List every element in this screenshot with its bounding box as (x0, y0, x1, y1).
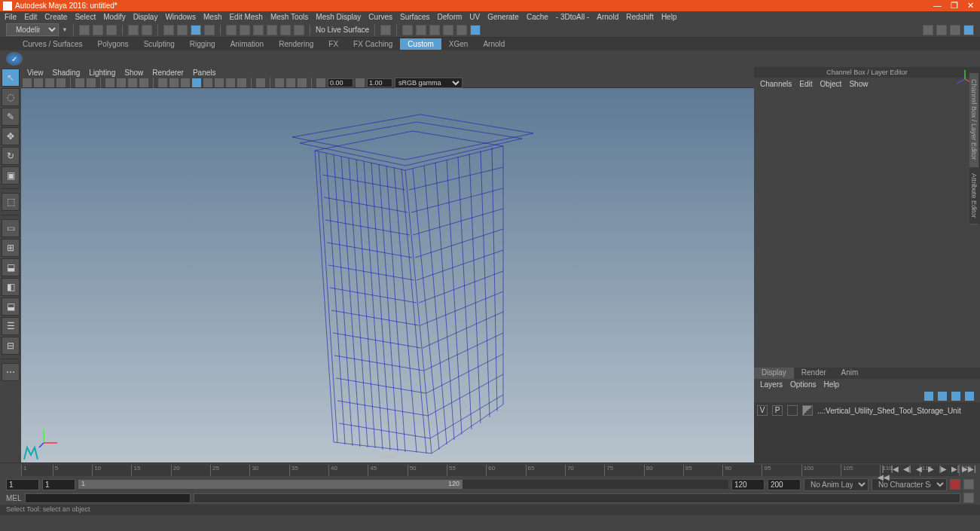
menu-arnold[interactable]: Arnold (597, 13, 618, 21)
layer-new-empty-icon[interactable] (951, 392, 960, 401)
layout-more[interactable]: ⋯ (2, 363, 20, 381)
layer-tab-anim[interactable]: Anim (834, 368, 866, 379)
menu-surfaces[interactable]: Surfaces (400, 13, 429, 21)
range-end-inner[interactable] (731, 479, 765, 490)
menu-mesh-tools[interactable]: Mesh Tools (270, 13, 308, 21)
vp-2d-zoom-icon[interactable] (75, 78, 84, 87)
shelf-tab-rigging[interactable]: Rigging (182, 38, 223, 50)
channels-menu[interactable]: Channels (760, 80, 792, 88)
rotate-tool[interactable]: ↻ (2, 147, 20, 165)
script-editor-icon[interactable] (963, 493, 974, 503)
menu-redshift[interactable]: Redshift (626, 13, 654, 21)
layer-color-swatch[interactable] (802, 405, 813, 416)
shelf-tab-curves[interactable]: Curves / Surfaces (15, 38, 90, 50)
shelf-tab-fxcaching[interactable]: FX Caching (346, 38, 400, 50)
vp-select-camera-icon[interactable] (23, 78, 32, 87)
menu-edit[interactable]: Edit (24, 13, 37, 21)
vp-lock-camera-icon[interactable] (34, 78, 43, 87)
vp-bookmark-icon[interactable] (45, 78, 54, 87)
menu-select[interactable]: Select (75, 13, 96, 21)
workspace-mode-select[interactable]: Modeling (6, 23, 59, 36)
select-tool[interactable]: ↖ (2, 69, 20, 87)
render-frame-icon[interactable] (402, 25, 413, 35)
menu-uv[interactable]: UV (469, 13, 480, 21)
range-track[interactable]: 1 120 (78, 480, 728, 489)
layer-move-down-icon[interactable] (938, 392, 947, 401)
cmd-language-label[interactable]: MEL (6, 494, 22, 502)
menu-edit-mesh[interactable]: Edit Mesh (229, 13, 262, 21)
menu-display[interactable]: Display (133, 13, 158, 21)
shelf-tab-fx[interactable]: FX (321, 38, 346, 50)
select-object-icon[interactable] (191, 25, 201, 35)
vp-menu-renderer[interactable]: Renderer (152, 69, 184, 77)
vp-film-gate-icon[interactable] (117, 78, 126, 87)
menu-create[interactable]: Create (44, 13, 67, 21)
vp-shadows-icon[interactable] (203, 78, 212, 87)
range-start-inner[interactable] (42, 479, 75, 490)
step-forward-key-icon[interactable]: ▶| (950, 465, 960, 475)
auto-key-icon[interactable] (950, 479, 960, 490)
edit-menu[interactable]: Edit (799, 80, 812, 88)
panel-layout-2-icon[interactable] (936, 25, 947, 35)
viewport-persp[interactable]: persp (21, 88, 754, 462)
vp-aa-icon[interactable] (237, 78, 246, 87)
select-icon[interactable] (163, 25, 174, 35)
step-back-icon[interactable]: ◀| (902, 465, 912, 475)
maximize-button[interactable]: ❐ (951, 1, 958, 11)
menu-cache[interactable]: Cache (527, 13, 548, 21)
no-live-surface-label[interactable]: No Live Surface (316, 26, 369, 34)
object-menu[interactable]: Object (820, 80, 842, 88)
step-back-key-icon[interactable]: |◀ (890, 465, 900, 475)
anim-layer-select[interactable]: No Anim Layer (804, 478, 869, 491)
exposure-field[interactable] (328, 78, 353, 87)
layout-persp-outliner[interactable]: ⊟ (2, 337, 20, 355)
panel-layout-4-icon[interactable] (963, 25, 974, 35)
layout-two-v[interactable]: ◧ (2, 278, 20, 296)
vp-ao-icon[interactable] (215, 78, 224, 87)
layout-four[interactable]: ⊞ (2, 239, 20, 257)
hypershade-icon[interactable] (470, 25, 481, 35)
panel-layout-3-icon[interactable] (950, 25, 960, 35)
layer-visibility-toggle[interactable]: V (757, 405, 768, 416)
shelf-tab-rendering[interactable]: Rendering (271, 38, 321, 50)
menu-deform[interactable]: Deform (438, 13, 463, 21)
snap-view-icon[interactable] (294, 25, 304, 35)
layer-move-up-icon[interactable] (924, 392, 933, 401)
menu-file[interactable]: File (5, 13, 17, 21)
select-hierarchy-icon[interactable] (177, 25, 188, 35)
move-tool[interactable]: ✥ (2, 127, 20, 145)
layer-tab-render[interactable]: Render (794, 368, 834, 379)
vp-xray-joints-icon[interactable] (286, 78, 295, 87)
range-start-outer[interactable] (6, 479, 39, 490)
vp-resolution-gate-icon[interactable] (128, 78, 137, 87)
layer-playback-toggle[interactable]: P (772, 405, 783, 416)
command-input[interactable] (25, 493, 191, 503)
last-tool[interactable]: ⬚ (2, 193, 20, 211)
panel-layout-1-icon[interactable] (923, 25, 933, 35)
vp-menu-view[interactable]: View (27, 69, 44, 77)
vp-xray-active-icon[interactable] (298, 78, 307, 87)
select-component-icon[interactable] (204, 25, 215, 35)
minimize-button[interactable]: — (933, 1, 942, 11)
layer-name[interactable]: ...:Vertical_Utility_Shed_Tool_Storage_U… (817, 407, 961, 415)
vp-gate-mask-icon[interactable] (139, 78, 148, 87)
vp-motion-blur-icon[interactable] (226, 78, 235, 87)
construction-history-icon[interactable] (380, 25, 391, 35)
layout-two-h[interactable]: ⬓ (2, 258, 20, 276)
vp-wireframe-icon[interactable] (158, 78, 167, 87)
go-to-start-icon[interactable]: |◀◀ (878, 465, 888, 475)
redo-icon[interactable] (142, 25, 152, 35)
snap-live-icon[interactable] (280, 25, 291, 35)
close-button[interactable]: ✕ (967, 1, 974, 11)
snap-grid-icon[interactable] (226, 25, 237, 35)
shelf-tab-sculpting[interactable]: Sculpting (136, 38, 182, 50)
vert-tab-channel-box[interactable]: Channel Box / Layer Editor (969, 73, 978, 167)
layer-row[interactable]: V P ...:Vertical_Utility_Shed_Tool_Stora… (756, 404, 978, 417)
layers-menu[interactable]: Layers (760, 380, 783, 389)
vp-exposure-icon[interactable] (316, 78, 325, 87)
anim-prefs-icon[interactable] (963, 479, 974, 490)
step-forward-icon[interactable]: |▶ (938, 465, 948, 475)
paint-tool[interactable]: ✎ (2, 108, 20, 126)
menu-windows[interactable]: Windows (165, 13, 196, 21)
shelf-custom-button[interactable]: ✓ (6, 52, 23, 66)
